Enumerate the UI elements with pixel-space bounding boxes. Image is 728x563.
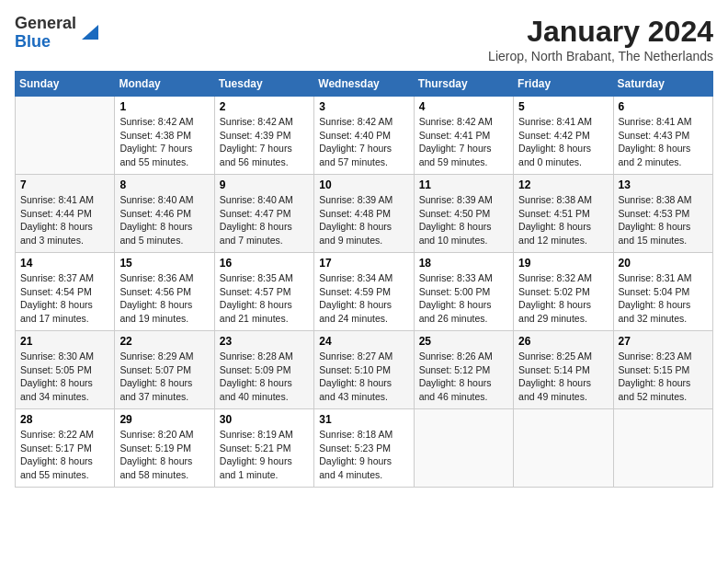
day-cell: 7Sunrise: 8:41 AMSunset: 4:44 PMDaylight… — [16, 175, 115, 253]
page-header: General Blue January 2024 Lierop, North … — [15, 15, 713, 63]
day-cell: 29Sunrise: 8:20 AMSunset: 5:19 PMDayligh… — [115, 409, 214, 488]
day-info: Sunrise: 8:26 AMSunset: 5:12 PMDaylight:… — [419, 350, 508, 404]
day-info: Sunrise: 8:37 AMSunset: 4:54 PMDaylight:… — [20, 271, 109, 326]
day-info: Sunrise: 8:42 AMSunset: 4:41 PMDaylight:… — [419, 115, 508, 169]
day-cell: 21Sunrise: 8:30 AMSunset: 5:05 PMDayligh… — [16, 331, 115, 409]
day-cell: 23Sunrise: 8:28 AMSunset: 5:09 PMDayligh… — [214, 331, 313, 409]
day-info: Sunrise: 8:20 AMSunset: 5:19 PMDaylight:… — [119, 428, 209, 482]
day-number: 22 — [119, 335, 209, 348]
day-info: Sunrise: 8:33 AMSunset: 5:00 PMDaylight:… — [419, 271, 508, 326]
day-number: 20 — [619, 257, 708, 270]
day-number: 26 — [518, 335, 608, 348]
logo-icon — [78, 21, 98, 41]
day-number: 3 — [319, 100, 408, 113]
week-row-5: 28Sunrise: 8:22 AMSunset: 5:17 PMDayligh… — [16, 409, 713, 488]
day-info: Sunrise: 8:27 AMSunset: 5:10 PMDaylight:… — [319, 350, 408, 404]
day-cell: 30Sunrise: 8:19 AMSunset: 5:21 PMDayligh… — [214, 409, 313, 488]
day-number: 19 — [518, 257, 608, 270]
day-number: 17 — [319, 257, 408, 270]
day-header-saturday: Saturday — [613, 72, 712, 97]
day-cell: 1Sunrise: 8:42 AMSunset: 4:38 PMDaylight… — [115, 97, 214, 175]
svg-marker-0 — [82, 25, 98, 40]
day-cell: 26Sunrise: 8:25 AMSunset: 5:14 PMDayligh… — [514, 331, 613, 409]
day-info: Sunrise: 8:41 AMSunset: 4:44 PMDaylight:… — [20, 193, 109, 247]
day-cell: 11Sunrise: 8:39 AMSunset: 4:50 PMDayligh… — [414, 175, 513, 253]
day-number: 13 — [619, 178, 708, 191]
day-number: 5 — [518, 100, 608, 113]
day-info: Sunrise: 8:38 AMSunset: 4:51 PMDaylight:… — [518, 193, 608, 247]
day-number: 15 — [119, 257, 209, 270]
day-cell: 19Sunrise: 8:32 AMSunset: 5:02 PMDayligh… — [514, 253, 613, 331]
day-header-friday: Friday — [514, 72, 613, 97]
day-info: Sunrise: 8:42 AMSunset: 4:40 PMDaylight:… — [319, 115, 408, 169]
day-cell: 15Sunrise: 8:36 AMSunset: 4:56 PMDayligh… — [115, 253, 214, 331]
day-cell: 6Sunrise: 8:41 AMSunset: 4:43 PMDaylight… — [613, 97, 712, 175]
day-info: Sunrise: 8:35 AMSunset: 4:57 PMDaylight:… — [220, 271, 309, 326]
day-cell: 14Sunrise: 8:37 AMSunset: 4:54 PMDayligh… — [16, 253, 115, 331]
week-row-2: 7Sunrise: 8:41 AMSunset: 4:44 PMDaylight… — [16, 175, 713, 253]
day-number: 9 — [220, 178, 309, 191]
day-info: Sunrise: 8:22 AMSunset: 5:17 PMDaylight:… — [20, 428, 109, 482]
day-cell: 18Sunrise: 8:33 AMSunset: 5:00 PMDayligh… — [414, 253, 513, 331]
day-info: Sunrise: 8:18 AMSunset: 5:23 PMDaylight:… — [319, 428, 408, 482]
logo-blue-text: Blue — [15, 33, 76, 52]
day-cell: 16Sunrise: 8:35 AMSunset: 4:57 PMDayligh… — [214, 253, 313, 331]
day-info: Sunrise: 8:38 AMSunset: 4:53 PMDaylight:… — [619, 193, 708, 247]
day-number: 18 — [419, 257, 508, 270]
day-info: Sunrise: 8:39 AMSunset: 4:48 PMDaylight:… — [319, 193, 408, 247]
day-info: Sunrise: 8:39 AMSunset: 4:50 PMDaylight:… — [419, 193, 508, 247]
day-cell: 31Sunrise: 8:18 AMSunset: 5:23 PMDayligh… — [314, 409, 414, 488]
day-info: Sunrise: 8:40 AMSunset: 4:47 PMDaylight:… — [220, 193, 309, 247]
day-number: 7 — [20, 178, 109, 191]
week-row-3: 14Sunrise: 8:37 AMSunset: 4:54 PMDayligh… — [16, 253, 713, 331]
day-info: Sunrise: 8:19 AMSunset: 5:21 PMDaylight:… — [220, 428, 309, 482]
logo-general-text: General — [15, 15, 76, 33]
day-number: 12 — [518, 178, 608, 191]
day-cell: 2Sunrise: 8:42 AMSunset: 4:39 PMDaylight… — [214, 97, 313, 175]
day-info: Sunrise: 8:41 AMSunset: 4:42 PMDaylight:… — [518, 115, 608, 169]
day-number: 6 — [619, 100, 708, 113]
day-info: Sunrise: 8:34 AMSunset: 4:59 PMDaylight:… — [319, 271, 408, 326]
day-number: 25 — [419, 335, 508, 348]
day-info: Sunrise: 8:41 AMSunset: 4:43 PMDaylight:… — [619, 115, 708, 169]
title-area: January 2024 Lierop, North Brabant, The … — [488, 15, 713, 63]
day-info: Sunrise: 8:31 AMSunset: 5:04 PMDaylight:… — [619, 271, 708, 326]
logo: General Blue — [15, 15, 98, 52]
day-number: 29 — [119, 413, 209, 426]
day-number: 21 — [20, 335, 109, 348]
day-number: 11 — [419, 178, 508, 191]
day-number: 27 — [619, 335, 708, 348]
day-header-monday: Monday — [115, 72, 214, 97]
day-number: 8 — [119, 178, 209, 191]
day-cell: 28Sunrise: 8:22 AMSunset: 5:17 PMDayligh… — [16, 409, 115, 488]
day-cell: 4Sunrise: 8:42 AMSunset: 4:41 PMDaylight… — [414, 97, 513, 175]
day-cell: 12Sunrise: 8:38 AMSunset: 4:51 PMDayligh… — [514, 175, 613, 253]
week-row-1: 1Sunrise: 8:42 AMSunset: 4:38 PMDaylight… — [16, 97, 713, 175]
day-info: Sunrise: 8:40 AMSunset: 4:46 PMDaylight:… — [119, 193, 209, 247]
day-cell: 22Sunrise: 8:29 AMSunset: 5:07 PMDayligh… — [115, 331, 214, 409]
day-header-thursday: Thursday — [414, 72, 513, 97]
location-text: Lierop, North Brabant, The Netherlands — [488, 49, 713, 63]
day-header-wednesday: Wednesday — [314, 72, 414, 97]
day-info: Sunrise: 8:28 AMSunset: 5:09 PMDaylight:… — [220, 350, 309, 404]
day-info: Sunrise: 8:42 AMSunset: 4:38 PMDaylight:… — [119, 115, 209, 169]
day-cell: 17Sunrise: 8:34 AMSunset: 4:59 PMDayligh… — [314, 253, 414, 331]
day-number: 4 — [419, 100, 508, 113]
day-number: 24 — [319, 335, 408, 348]
day-info: Sunrise: 8:23 AMSunset: 5:15 PMDaylight:… — [619, 350, 708, 404]
day-header-tuesday: Tuesday — [214, 72, 313, 97]
day-info: Sunrise: 8:29 AMSunset: 5:07 PMDaylight:… — [119, 350, 209, 404]
day-cell: 5Sunrise: 8:41 AMSunset: 4:42 PMDaylight… — [514, 97, 613, 175]
day-info: Sunrise: 8:36 AMSunset: 4:56 PMDaylight:… — [119, 271, 209, 326]
day-number: 16 — [220, 257, 309, 270]
day-cell: 9Sunrise: 8:40 AMSunset: 4:47 PMDaylight… — [214, 175, 313, 253]
day-cell — [414, 409, 513, 488]
day-cell — [613, 409, 712, 488]
calendar-header-row: SundayMondayTuesdayWednesdayThursdayFrid… — [16, 72, 713, 97]
month-title: January 2024 — [488, 15, 713, 49]
day-cell: 24Sunrise: 8:27 AMSunset: 5:10 PMDayligh… — [314, 331, 414, 409]
day-cell — [16, 97, 115, 175]
day-info: Sunrise: 8:30 AMSunset: 5:05 PMDaylight:… — [20, 350, 109, 404]
day-cell: 3Sunrise: 8:42 AMSunset: 4:40 PMDaylight… — [314, 97, 414, 175]
day-info: Sunrise: 8:32 AMSunset: 5:02 PMDaylight:… — [518, 271, 608, 326]
